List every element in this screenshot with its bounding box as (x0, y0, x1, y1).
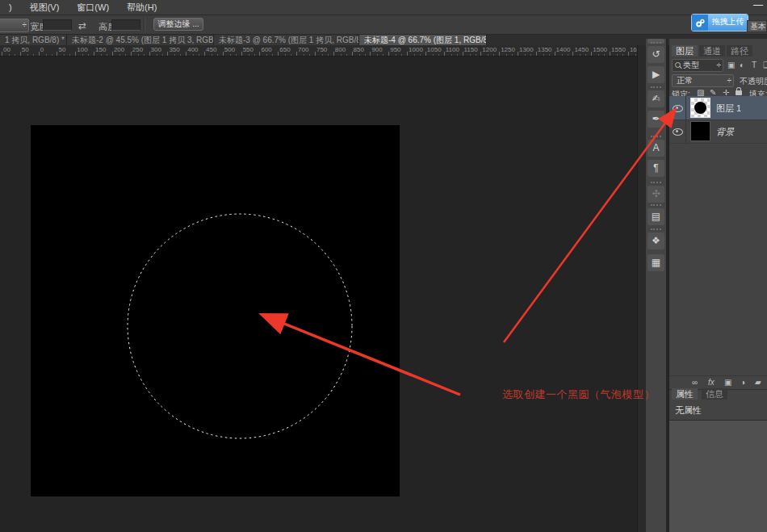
share-panel-icon[interactable]: ✣ (648, 186, 664, 203)
layer-mask-icon[interactable]: ▣ (724, 378, 731, 387)
minimize-button[interactable]: — (751, 1, 765, 11)
ruler-minor-tick (309, 54, 310, 56)
ruler-tick (628, 52, 629, 56)
document-tab-2[interactable]: 未标题-2 @ 45.5% (图层 1 拷贝 3, RGB/8) *× (67, 35, 214, 45)
ruler-minor-tick (543, 54, 544, 56)
ruler-minor-tick (568, 54, 568, 56)
swatches-panel-icon[interactable]: ❖ (648, 232, 664, 249)
layer-filter-select[interactable]: 类型 ÷ (672, 59, 723, 72)
ruler-label: 100 (77, 46, 87, 53)
style-select[interactable]: ÷ (0, 19, 29, 32)
document-tab-title: 未标题-3 @ 66.7% (图层 1 拷贝, RGB/8) * (219, 36, 359, 44)
lock-all-icon[interactable] (736, 90, 742, 95)
ruler-tick (204, 52, 205, 56)
menu-item-3[interactable]: 帮助(H) (118, 0, 166, 15)
horizontal-ruler: 0050050100150200250300350400450500550600… (0, 45, 637, 57)
panel-tab-3[interactable]: 路径 (727, 45, 752, 57)
props-tab-1[interactable]: 属性 (672, 388, 698, 400)
select-arrows-icon: ÷ (727, 75, 732, 86)
ruler-label: 1200 (482, 46, 497, 53)
ruler-minor-tick (377, 54, 378, 56)
height-input[interactable] (111, 19, 140, 31)
character-panel-icon[interactable]: A (648, 140, 664, 157)
props-tab-2[interactable]: 信息 (702, 388, 727, 400)
document-tab-4[interactable]: 未标题-4 @ 66.7% (图层 1, RGB/8) *× (359, 35, 487, 45)
ruler-minor-tick (562, 54, 563, 56)
filter-shape-layers-icon[interactable]: ❏ (763, 61, 767, 69)
ruler-label: 350 (169, 46, 179, 53)
ruler-label: 800 (335, 46, 346, 53)
ruler-minor-tick (598, 54, 599, 56)
ruler-minor-tick (549, 54, 550, 56)
workspace-switcher[interactable]: 基本功 (747, 20, 767, 32)
opacity-label: 不透明度: (740, 76, 767, 87)
ruler-tick (591, 52, 592, 56)
document-tab-3[interactable]: 未标题-3 @ 66.7% (图层 1 拷贝, RGB/8) *× (214, 35, 359, 45)
filter-adjustment-layers-icon[interactable]: ◐ (740, 61, 744, 69)
refine-edge-button[interactable]: 调整边缘 ... (153, 18, 203, 31)
ruler-minor-tick (322, 54, 323, 56)
layer-name: 背景 (716, 126, 734, 138)
filter-pixel-layers-icon[interactable]: ▣ (727, 61, 735, 69)
ruler-tick (223, 52, 224, 56)
ruler-tick (112, 52, 113, 56)
ruler-tick (259, 52, 260, 56)
ruler-tick (296, 52, 297, 56)
ruler-label: 300 (151, 46, 161, 53)
ruler-minor-tick (157, 54, 157, 56)
filter-type-layers-icon[interactable]: T (752, 61, 757, 69)
layer-visibility-toggle[interactable] (669, 96, 686, 119)
ruler-minor-tick (414, 54, 415, 56)
menu-item-0[interactable]: ) (0, 0, 21, 15)
ruler-minor-tick (506, 54, 507, 56)
panel-tab-1[interactable]: 图层 (672, 45, 698, 57)
blend-mode-select[interactable]: 正常 ÷ (672, 74, 734, 87)
ruler-tick (333, 52, 334, 56)
ruler-label: 150 (95, 46, 106, 53)
ruler-minor-tick (525, 54, 526, 56)
ruler-minor-tick (512, 54, 513, 56)
history-panel-icon[interactable]: ↺ (648, 46, 664, 63)
layer-name: 图层 1 (716, 103, 741, 115)
document-tab-1[interactable]: 1 拷贝, RGB/8) *× (0, 35, 67, 45)
ruler-minor-tick (346, 54, 347, 56)
ruler-tick (149, 52, 150, 56)
layer-row-1[interactable]: 图层 1 (669, 96, 767, 120)
layer-thumbnail[interactable] (690, 121, 710, 141)
menu-item-1[interactable]: 视图(V) (21, 0, 69, 15)
width-input[interactable] (43, 19, 72, 31)
link-layers-icon[interactable]: ∞ (692, 378, 698, 387)
layer-row-2[interactable]: 背景 (669, 119, 767, 144)
eye-icon (673, 128, 683, 136)
panel-tab-2[interactable]: 通道 (699, 45, 725, 57)
layer-visibility-toggle[interactable] (669, 119, 686, 143)
ruler-label: 550 (243, 46, 254, 53)
ruler-minor-tick (33, 54, 34, 56)
ruler-label: 1550 (611, 46, 626, 53)
layer-thumbnail[interactable] (690, 98, 710, 118)
paragraph-panel-icon[interactable]: ¶ (648, 160, 664, 177)
ruler-minor-tick (451, 54, 452, 56)
ruler-minor-tick (580, 54, 580, 56)
new-group-icon[interactable]: ▰ (755, 378, 761, 387)
ruler-tick (425, 52, 426, 56)
grid-panel-icon[interactable]: ▦ (648, 254, 664, 271)
layer-style-icon[interactable]: fx (708, 378, 715, 387)
adjustment-layer-icon[interactable]: ◑ (740, 378, 745, 387)
clone-source-panel-icon[interactable]: ✍ (648, 90, 664, 107)
brush-presets-panel-icon[interactable]: ✒ (648, 111, 664, 128)
document-canvas[interactable] (31, 125, 400, 496)
ruler-label: 900 (371, 46, 382, 53)
ruler-tick (536, 52, 537, 56)
ruler-minor-tick (383, 54, 384, 56)
ruler-label: 600 (261, 46, 271, 53)
actions-panel-icon[interactable]: ▶ (648, 66, 664, 83)
menu-bar: )视图(V)窗口(W)帮助(H) (0, 0, 767, 15)
adjustments-panel-icon[interactable]: ▤ (648, 208, 664, 225)
menu-item-2[interactable]: 窗口(W) (68, 0, 118, 15)
search-icon (675, 62, 681, 68)
panel-lower-area (669, 420, 767, 532)
swap-width-height-icon[interactable]: ⇄ (78, 20, 86, 31)
ruler-minor-tick (470, 54, 471, 56)
drag-upload-button[interactable]: 拖拽上传 (691, 14, 748, 31)
